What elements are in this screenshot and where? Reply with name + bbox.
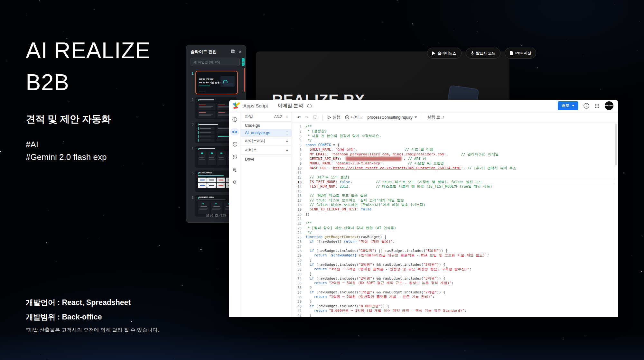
viewer-button-3[interactable]: PDF 저장 <box>505 48 536 59</box>
run-button[interactable]: 실행 <box>328 115 341 120</box>
slide-thumbnail-1[interactable]: REALIZE RXRX SOFT 기업 소개서 <box>195 71 238 94</box>
history-icon[interactable] <box>230 141 239 148</box>
executions-icon[interactable] <box>230 166 239 173</box>
chevron-down-icon <box>415 116 417 118</box>
section-서비스[interactable]: 서비스+ <box>240 145 292 154</box>
drive-section[interactable]: Drive <box>240 154 292 163</box>
screen: AI REALIZE B2B 견적 및 제안 자동화 #AI #Gemini 2… <box>0 0 644 360</box>
overview-icon[interactable] <box>230 116 239 123</box>
code-line-25: 25function getBudgetContext(rawBudget) { <box>292 235 618 239</box>
slide-thumb-row-1: 1REALIZE RXRX SOFT 기업 소개서 <box>190 71 242 94</box>
apps-script-header: Apps Script 이메일 분석 배포 ? <box>229 100 618 112</box>
apps-script-window: Apps Script 이메일 분석 배포 ? <box>229 100 618 317</box>
code-line-12: 12 // [테스트 모드 설정] <box>292 175 618 180</box>
code-line-6: 6 SHEET_NAME: '상담 신청', // 시트 탭 이름 <box>292 147 618 152</box>
code-line-21: 21 <box>292 217 618 221</box>
sort-az-icon[interactable]: A⇅Z <box>274 115 282 119</box>
viewer-button-1[interactable]: 슬라이드쇼 <box>427 48 462 59</box>
deploy-button[interactable]: 배포 <box>558 101 578 110</box>
code-line-3: 3 * 사용 전 본인의 환경에 맞게 수정하세요. <box>292 134 618 138</box>
code-line-29: 29 return `${rawBudget} (엔터프라이즈급 대규모 프로젝… <box>292 253 618 258</box>
editor-icon[interactable]: <> <box>230 128 239 135</box>
code-line-26: 26 if (!rawBudget) return "미정 (제안 필요)"; <box>292 239 618 244</box>
hero-footer: 개발언어 : React, Spreadsheet 개발범위 : Back-of… <box>26 295 159 334</box>
files-panel: 파일 A⇅Z + Code.gsAI_analyze.gs⋮ 라이브러리+서비스… <box>240 112 292 317</box>
filename-input[interactable] <box>191 58 240 66</box>
hero-block: AI REALIZE B2B 견적 및 제안 자동화 <box>26 35 150 126</box>
apps-grid-icon[interactable] <box>594 103 600 108</box>
project-title[interactable]: 이메일 분석 <box>278 103 303 109</box>
slide-editor-header: 슬라이드 편집 ✕ <box>186 45 246 57</box>
slide-number: 5 <box>190 171 193 192</box>
editor-scrollbar <box>615 124 617 317</box>
code-line-10: 10 BASE_URL: 'https://client.rxsoft.co.k… <box>292 166 618 171</box>
add-file-icon[interactable]: + <box>285 114 288 119</box>
save-icon[interactable] <box>231 49 235 54</box>
debug-button[interactable]: 디버그 <box>345 115 363 120</box>
code-line-39: 39 } <box>292 299 618 304</box>
slide-editor-title: 슬라이드 편집 <box>191 49 228 55</box>
code-line-17: 17 // true: 테스트 모드여도 '실제 고객'에게 메일 발송 <box>292 198 618 203</box>
save-project-icon[interactable] <box>313 115 318 120</box>
file-menu-icon[interactable]: ⋮ <box>285 130 289 135</box>
disclaimer: *개발 산출물은 고객사의 요청에 의해 달라 질 수 있습니다. <box>26 327 159 334</box>
svg-text:?: ? <box>585 104 587 107</box>
file-item-ai-analyze-gs[interactable]: AI_analyze.gs⋮ <box>240 129 292 136</box>
code-line-8: 8 GEMINI_API_KEY: '█████████████████████… <box>292 157 618 161</box>
code-line-5: 5const CONFIG = { <box>292 143 618 147</box>
editor-scrollbar-thumb[interactable] <box>615 124 617 165</box>
settings-gear-icon[interactable]: ⚙ <box>230 179 239 186</box>
redo-icon[interactable]: ↷ <box>305 115 308 120</box>
code-line-24: 24 */ <box>292 230 618 235</box>
code-line-18: 18 // false: 테스트 모드이면 '관리자(나)'에게 메일 발송 (… <box>292 203 618 207</box>
code-line-42: 42 } <box>292 313 618 317</box>
left-rail: <> ⚙ <box>229 112 240 317</box>
file-item-code-gs[interactable]: Code.gs <box>240 122 292 129</box>
viewer-button-2[interactable]: 발표자 모드 <box>466 48 501 59</box>
play-outline-icon <box>328 115 331 119</box>
cloud-status-icon <box>307 103 312 109</box>
code-line-7: 7 MY_EMAIL: 'taehoon.park@realizerx.com,… <box>292 152 618 157</box>
section-라이브러리[interactable]: 라이브러리+ <box>240 136 292 145</box>
execution-log-button[interactable]: 실행 로그 <box>427 115 444 120</box>
code-line-16: 16 // [NEW] 테스트 모드 발송 설정 <box>292 193 618 198</box>
code-line-40: 40 if (rawBudget.includes("8,000만원")) { <box>292 304 618 309</box>
add-icon[interactable]: + <box>285 138 288 144</box>
code-line-2: 2 * [설정값] <box>292 129 618 134</box>
code-line-41: 41 return "8,000만원 ~ 1억원 (앱 개발 최소 계약 금액 … <box>292 309 618 313</box>
code-area[interactable]: 1/**2 * [설정값]3 * 사용 전 본인의 환경에 맞게 수정하세요.4… <box>292 123 618 317</box>
code-line-23: 23 * [헬퍼 함수] 예산 선택지 강제 변환 (AI 인식용) <box>292 226 618 230</box>
avatar[interactable]: REALIZERX <box>605 101 613 110</box>
add-file-button[interactable]: + <box>242 58 245 66</box>
hashtag-gemini: #Gemini 2.0 flash exp <box>26 151 107 163</box>
viewer-toolbar: 슬라이드쇼발표자 모드PDF 저장 <box>427 48 536 59</box>
panel-scrollbar-thumb[interactable] <box>244 68 245 92</box>
add-icon[interactable]: + <box>285 147 288 153</box>
triggers-icon[interactable] <box>230 153 239 161</box>
debug-icon <box>345 115 349 119</box>
hashtag-ai: #AI <box>26 138 107 151</box>
new-file-row: + <box>186 57 246 69</box>
code-line-32: 32 return "3억원 ~ 5억원 (중대형 플랫폼 - 안정성 및 규모… <box>292 267 618 272</box>
code-line-34: 34 if (rawBudget.includes("2억원") && rawB… <box>292 276 618 281</box>
editor-toolbar: ↶ ↷ 실행 디버그 processConsultin <box>292 112 618 123</box>
mic-icon <box>471 51 474 55</box>
page-subtitle: 견적 및 제안 자동화 <box>26 113 150 126</box>
hashtags: #AI #Gemini 2.0 flash exp <box>26 138 107 163</box>
code-line-33: 33 } <box>292 272 618 276</box>
code-line-19: 19 SEND_TO_CLIENT_ON_TEST: false <box>292 207 618 212</box>
play-icon <box>432 51 435 55</box>
close-icon[interactable]: ✕ <box>238 50 242 54</box>
code-line-28: 28 if (rawBudget.includes("10억원") || raw… <box>292 249 618 253</box>
code-line-36: 36 } <box>292 285 618 290</box>
code-line-22: 22/** <box>292 221 618 226</box>
help-icon[interactable]: ? <box>583 103 589 109</box>
dev-language: 개발언어 : React, Spreadsheet <box>26 295 159 310</box>
undo-icon[interactable]: ↶ <box>297 115 301 120</box>
code-line-14: 14 TEST_ROW_NUM: 2312, // 테스트할 시트의 행 번호 … <box>292 184 618 189</box>
files-header: 파일 A⇅Z + <box>240 112 292 122</box>
code-line-13: 13 IS_TEST_MODE: false, // true: 테스트 모드 … <box>292 180 618 184</box>
function-select[interactable]: processConsultingInquiry <box>367 115 417 120</box>
code-line-30: 30 } <box>292 258 618 263</box>
code-line-1: 1/** <box>292 125 618 129</box>
